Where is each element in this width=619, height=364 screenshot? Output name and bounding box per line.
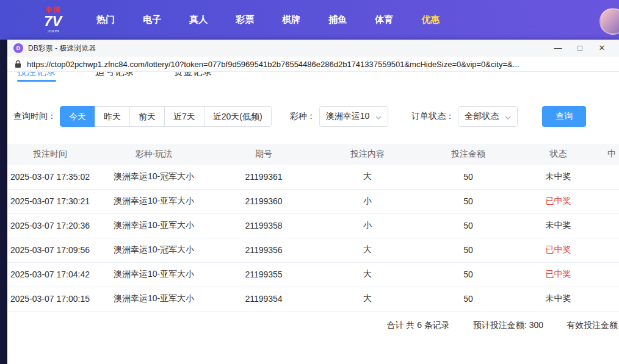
cell-issue: 21199361 — [215, 165, 313, 189]
window-titlebar[interactable]: D DB彩票 - 极速浏览器 — □ ✕ — [7, 40, 619, 57]
lottery-filter-label: 彩种： — [290, 111, 316, 122]
header-content: 投注内容 — [313, 144, 422, 165]
search-button[interactable]: 查询 — [542, 106, 586, 127]
cell-time: 2025-03-07 17:20:36 — [7, 213, 93, 238]
close-button[interactable]: ✕ — [591, 40, 613, 57]
cell-amount: 50 — [422, 189, 514, 213]
cell-time: 2025-03-07 17:30:21 — [7, 189, 93, 213]
cell-game: 澳洲幸运10-亚军大小 — [93, 262, 215, 287]
cell-game: 澳洲幸运10-亚军大小 — [93, 287, 215, 311]
chevron-down-icon — [505, 112, 511, 121]
table-summary: 合计 共 6 条记录 预计投注金额: 300 有效投注金额 — [7, 320, 619, 331]
cell-status: 未中奖 — [514, 165, 603, 189]
cell-content: 大 — [313, 287, 422, 311]
cell-amount: 50 — [422, 238, 514, 262]
bet-records-table-wrap: 投注时间 彩种-玩法 期号 投注内容 投注金额 状态 中 2025-03-07 … — [7, 144, 619, 312]
status-select[interactable]: 全部状态 — [458, 106, 518, 127]
cell-time: 2025-03-07 17:09:56 — [7, 238, 93, 262]
cell-amount: 50 — [422, 213, 514, 238]
cell-win-amount — [603, 213, 619, 238]
url-text[interactable]: https://ctop02pchwp1.zfnc84.com/lottery/… — [27, 60, 519, 69]
table-row: 2025-03-07 17:00:15 澳洲幸运10-亚军大小 21199354… — [7, 287, 619, 311]
summary-valid-amount: 有效投注金额 — [567, 320, 618, 331]
cell-content: 小 — [313, 189, 422, 213]
cell-status: 已中奖 — [514, 262, 603, 287]
header-win-amount: 中 — [603, 144, 619, 165]
cell-content: 小 — [313, 213, 422, 238]
cell-issue: 21199356 — [215, 238, 313, 262]
cell-status: 已中奖 — [514, 238, 603, 262]
site-header: 申博 7V .com 热门 电子 真人 彩票 棋牌 捕鱼 体育 优惠 — [0, 0, 619, 40]
cell-game: 澳洲幸运10-亚军大小 — [93, 189, 215, 213]
lock-icon — [15, 60, 21, 68]
time-option-today[interactable]: 今天 — [60, 106, 95, 127]
cell-content: 大 — [313, 165, 422, 189]
lottery-select[interactable]: 澳洲幸运10 — [319, 106, 389, 127]
header-amount: 投注金额 — [422, 144, 514, 165]
cell-content: 大 — [313, 262, 422, 287]
nav-item-live[interactable]: 真人 — [175, 14, 222, 26]
minimize-button[interactable]: — — [547, 40, 569, 57]
address-bar[interactable]: https://ctop02pchwp1.zfnc84.com/lottery/… — [7, 57, 619, 72]
time-filter-group: 今天 昨天 前天 近7天 近20天(低频) — [60, 106, 272, 127]
cell-issue: 21199358 — [215, 213, 313, 238]
cell-status: 未中奖 — [514, 287, 603, 311]
page-content: 投注记录 追号记录 资金记录 查询时间： 今天 昨天 前天 近7天 近20天(低… — [7, 72, 619, 364]
nav-item-sports[interactable]: 体育 — [361, 14, 407, 26]
header-game: 彩种-玩法 — [93, 144, 215, 165]
cell-status: 未中奖 — [514, 213, 603, 238]
tab-fund-records[interactable]: 资金记录 — [173, 72, 212, 83]
tab-bet-records[interactable]: 投注记录 — [17, 72, 56, 83]
cell-win-amount — [603, 238, 619, 262]
header-issue: 期号 — [215, 144, 313, 165]
time-option-day-before[interactable]: 前天 — [129, 106, 165, 127]
cell-win-amount — [603, 165, 619, 189]
app-icon: D — [13, 43, 23, 53]
time-option-7days[interactable]: 近7天 — [164, 106, 205, 127]
chevron-down-icon — [375, 112, 382, 121]
cell-game: 澳洲幸运10-亚军大小 — [93, 213, 215, 238]
browser-window: D DB彩票 - 极速浏览器 — □ ✕ https://ctop02pchwp… — [7, 40, 619, 364]
time-option-20days[interactable]: 近20天(低频) — [204, 106, 272, 127]
nav-item-cards[interactable]: 棋牌 — [268, 14, 314, 26]
window-title: DB彩票 - 极速浏览器 — [28, 43, 96, 54]
nav-item-fishing[interactable]: 捕鱼 — [314, 14, 361, 26]
cell-amount: 50 — [422, 262, 514, 287]
logo-badge: 申博 — [45, 7, 61, 13]
nav-item-slots[interactable]: 电子 — [129, 14, 175, 26]
filter-bar: 查询时间： 今天 昨天 前天 近7天 近20天(低频) 彩种： 澳洲幸运10 订… — [7, 106, 619, 127]
summary-total-records: 合计 共 6 条记录 — [386, 320, 449, 331]
header-bet-time: 投注时间 — [7, 144, 93, 165]
cell-amount: 50 — [422, 165, 514, 189]
nav-item-promo[interactable]: 优惠 — [407, 14, 454, 26]
cell-content: 大 — [313, 238, 422, 262]
record-tabs: 投注记录 追号记录 资金记录 — [7, 72, 619, 83]
status-select-value: 全部状态 — [465, 111, 499, 122]
cell-win-amount — [603, 262, 619, 287]
cell-game: 澳洲幸运10-冠军大小 — [93, 165, 215, 189]
cell-status: 已中奖 — [514, 189, 603, 213]
status-filter-label: 订单状态： — [411, 111, 454, 122]
bet-records-table: 投注时间 彩种-玩法 期号 投注内容 投注金额 状态 中 2025-03-07 … — [7, 144, 619, 312]
site-logo[interactable]: 申博 7V .com — [44, 7, 62, 34]
table-row: 2025-03-07 17:09:56 澳洲幸运10-冠军大小 21199356… — [7, 238, 619, 262]
cell-win-amount — [603, 287, 619, 311]
lottery-select-value: 澳洲幸运10 — [326, 111, 370, 122]
cell-time: 2025-03-07 17:00:15 — [7, 287, 93, 311]
nav-item-hot[interactable]: 热门 — [82, 14, 129, 26]
window-controls: — □ ✕ — [547, 40, 613, 57]
cell-issue: 21199354 — [215, 287, 313, 311]
tab-chase-records[interactable]: 追号记录 — [95, 72, 134, 83]
maximize-button[interactable]: □ — [569, 40, 591, 57]
logo-name: 7V — [44, 14, 62, 29]
nav-item-lottery[interactable]: 彩票 — [222, 14, 268, 26]
main-nav: 热门 电子 真人 彩票 棋牌 捕鱼 体育 优惠 — [82, 14, 454, 26]
user-avatar[interactable] — [599, 8, 619, 35]
time-option-yesterday[interactable]: 昨天 — [95, 106, 130, 127]
cell-issue: 21199360 — [215, 189, 313, 213]
cell-time: 2025-03-07 17:04:42 — [7, 262, 93, 287]
logo-tld: .com — [46, 29, 59, 34]
table-header-row: 投注时间 彩种-玩法 期号 投注内容 投注金额 状态 中 — [7, 144, 619, 165]
cell-time: 2025-03-07 17:35:02 — [7, 165, 93, 189]
table-row: 2025-03-07 17:35:02 澳洲幸运10-冠军大小 21199361… — [7, 165, 619, 189]
